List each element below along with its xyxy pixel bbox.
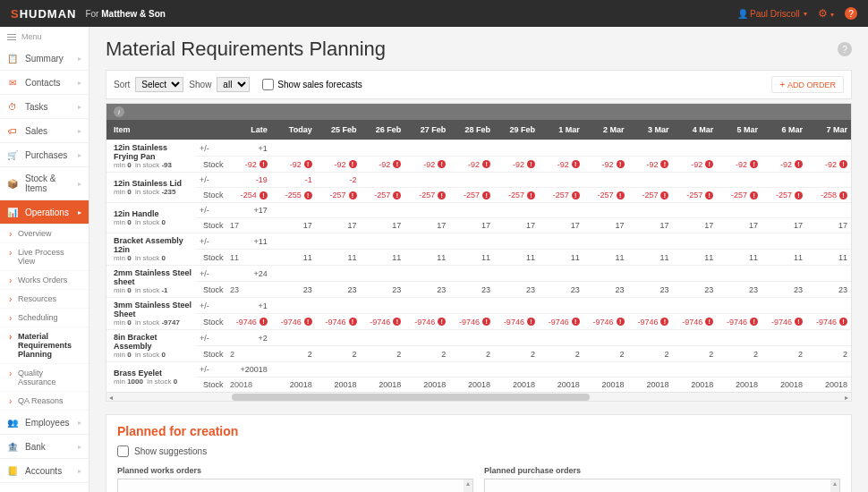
item-cell[interactable]: 8in Bracket Assemblymin 0 in stock 0 xyxy=(106,330,196,362)
suggestions-checkbox[interactable] xyxy=(117,445,129,457)
chevron-right-icon: ▸ xyxy=(78,79,81,87)
sidebar-item-contacts[interactable]: ✉Contacts▸ xyxy=(0,71,89,95)
warning-icon: ! xyxy=(260,160,268,168)
item-cell[interactable]: Brass Eyeletmin 1000 in stock 0 xyxy=(106,362,196,393)
table-row: 12in Handlemin 0 in stock 0+/-+17 xyxy=(106,203,851,218)
column-header: Late xyxy=(226,120,271,140)
warning-icon: ! xyxy=(304,191,312,199)
warning-icon: ! xyxy=(482,191,490,199)
warning-icon: ! xyxy=(839,318,847,326)
chevron-right-icon: ▸ xyxy=(78,467,81,475)
item-cell[interactable]: 2mm Stainless Steel sheetmin 0 in stock … xyxy=(106,266,196,298)
sidebar-item-summary[interactable]: 📋Summary▸ xyxy=(0,47,89,71)
nav-icon: 📒 xyxy=(7,465,18,476)
scroll-left-icon[interactable]: ◂ xyxy=(106,393,115,402)
sidebar-item-accounts[interactable]: 📒Accounts▸ xyxy=(0,459,89,483)
chevron-right-icon: ▸ xyxy=(78,208,81,216)
forecast-checkbox[interactable] xyxy=(262,79,274,90)
page-title: Material Requirements Planning xyxy=(106,38,386,61)
item-cell[interactable]: 3mm Stainless Steel Sheetmin 0 in stock … xyxy=(106,298,196,330)
item-cell[interactable]: Bracket Assembly 12inmin 0 in stock 0 xyxy=(106,233,196,266)
warning-icon: ! xyxy=(750,191,758,199)
sidebar-sub-overview[interactable]: Overview xyxy=(0,225,89,243)
gear-icon[interactable]: ⚙ ▾ xyxy=(818,7,834,20)
help-icon[interactable]: ? xyxy=(838,42,852,56)
table-row: 2mm Stainless Steel sheetmin 0 in stock … xyxy=(106,266,851,282)
sidebar-sub-live-process-view[interactable]: Live Process View xyxy=(0,243,89,271)
column-header: 29 Feb xyxy=(494,120,539,140)
table-row: Stock1717171717171717171717171717 xyxy=(106,218,851,233)
planned-purchase-box[interactable]: ▴ xyxy=(484,479,840,492)
sidebar-sub-works-orders[interactable]: Works Orders xyxy=(0,271,89,290)
warning-icon: ! xyxy=(750,318,758,326)
item-cell[interactable]: 12in Handlemin 0 in stock 0 xyxy=(106,203,196,233)
warning-icon: ! xyxy=(438,160,446,168)
column-header: 27 Feb xyxy=(404,120,449,140)
warning-icon: ! xyxy=(349,160,357,168)
vertical-scrollbar[interactable]: ▴ xyxy=(830,479,839,492)
sidebar-item-stock-items[interactable]: 📦Stock & Items▸ xyxy=(0,167,89,200)
sidebar-item-sales[interactable]: 🏷Sales▸ xyxy=(0,119,89,143)
sidebar-sub-material-requirements-planning[interactable]: Material Requirements Planning xyxy=(0,327,89,364)
scrollbar-thumb[interactable] xyxy=(232,394,590,401)
help-top-icon[interactable]: ? xyxy=(845,7,857,20)
column-header: 5 Mar xyxy=(717,120,762,140)
user-menu[interactable]: 👤 Paul Driscoll ▾ xyxy=(737,9,807,19)
warning-icon: ! xyxy=(572,318,580,326)
planned-works-box[interactable]: ▴ xyxy=(117,479,473,492)
info-icon[interactable]: i xyxy=(114,106,124,117)
table-row: Stock22222222222222 xyxy=(106,346,851,362)
sidebar-sub-resources[interactable]: Resources xyxy=(0,290,89,309)
nav-icon: 📊 xyxy=(7,207,18,217)
sidebar-sub-scheduling[interactable]: Scheduling xyxy=(0,309,89,327)
chevron-right-icon: ▸ xyxy=(78,419,81,427)
show-select[interactable]: all xyxy=(217,77,250,92)
sidebar-item-purchases[interactable]: 🛒Purchases▸ xyxy=(0,143,89,167)
table-row: 12in Stainless Lidmin 0 in stock -235+/-… xyxy=(106,173,851,188)
sidebar-item-bank[interactable]: 🏦Bank▸ xyxy=(0,435,89,459)
warning-icon: ! xyxy=(617,160,625,168)
nav-icon: ✉ xyxy=(7,77,18,88)
sidebar-item-tasks[interactable]: ⏱Tasks▸ xyxy=(0,95,89,119)
sidebar-sub-quality-assurance[interactable]: Quality Assurance xyxy=(0,364,89,392)
item-cell[interactable]: 12in Stainless Frying Panmin 0 in stock … xyxy=(106,140,196,173)
planned-title: Planned for creation xyxy=(117,424,840,438)
column-header: 4 Mar xyxy=(672,120,717,140)
scroll-right-icon[interactable]: ▸ xyxy=(842,393,851,402)
company-context: For Matthew & Son xyxy=(85,9,165,19)
table-row: 12in Stainless Frying Panmin 0 in stock … xyxy=(106,140,851,157)
column-header: 7 Mar xyxy=(806,120,851,140)
mrp-table: i ItemLateToday25 Feb26 Feb27 Feb28 Feb2… xyxy=(106,103,852,402)
horizontal-scrollbar[interactable]: ◂ ▸ xyxy=(106,392,851,401)
sidebar-menu-header[interactable]: Menu xyxy=(0,27,89,47)
table-row: Stock-254!-255!-257!-257!-257!-257!-257!… xyxy=(106,188,851,203)
chevron-right-icon: ▸ xyxy=(78,127,81,135)
vertical-scrollbar[interactable]: ▴ xyxy=(464,479,472,492)
add-order-button[interactable]: +ADD ORDER xyxy=(771,76,844,93)
forecast-label: Show sales forecasts xyxy=(277,80,362,89)
warning-icon: ! xyxy=(795,191,803,199)
warning-icon: ! xyxy=(572,191,580,199)
warning-icon: ! xyxy=(617,191,625,199)
warning-icon: ! xyxy=(393,160,401,168)
warning-icon: ! xyxy=(617,318,625,326)
sidebar-item-operations[interactable]: 📊Operations▸ xyxy=(0,200,89,225)
warning-icon: ! xyxy=(705,160,713,168)
sort-select[interactable]: Select xyxy=(135,77,183,92)
warning-icon: ! xyxy=(795,160,803,168)
warning-icon: ! xyxy=(438,318,446,326)
warning-icon: ! xyxy=(839,191,847,199)
table-row: Bracket Assembly 12inmin 0 in stock 0+/-… xyxy=(106,233,851,250)
table-row: Stock-9746!-9746!-9746!-9746!-9746!-9746… xyxy=(106,314,851,330)
logo: SHUDMAN xyxy=(11,7,76,21)
item-cell[interactable]: 12in Stainless Lidmin 0 in stock -235 xyxy=(106,173,196,203)
chevron-right-icon: ▸ xyxy=(78,180,81,188)
sidebar-item-employees[interactable]: 👥Employees▸ xyxy=(0,411,89,435)
chevron-right-icon: ▸ xyxy=(78,55,81,63)
sidebar: Menu 📋Summary▸✉Contacts▸⏱Tasks▸🏷Sales▸🛒P… xyxy=(0,27,89,492)
sidebar-sub-qa-reasons[interactable]: QA Reasons xyxy=(0,392,89,411)
planned-purchase-label: Planned purchase orders xyxy=(484,466,840,475)
warning-icon: ! xyxy=(527,191,535,199)
column-header: 28 Feb xyxy=(449,120,494,140)
warning-icon: ! xyxy=(660,160,668,168)
